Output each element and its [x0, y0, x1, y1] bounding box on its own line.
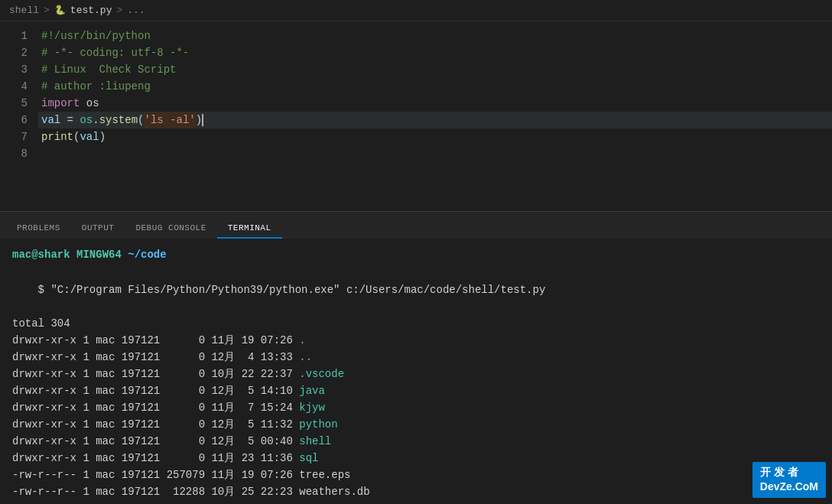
breadcrumb-filename: test.py — [70, 5, 112, 16]
terminal-prompt: mac@shark MINGW64 ~/code — [12, 246, 820, 263]
panel-tabs: PROBLEMS OUTPUT DEBUG CONSOLE TERMINAL — [0, 211, 832, 239]
terminal-output-5: drwxr-xr-x 1 mac 197121 0 11月 7 15:24 kj… — [12, 399, 820, 416]
terminal-output-9: -rw-r--r-- 1 mac 197121 257079 11月 19 07… — [12, 467, 820, 483]
tab-terminal[interactable]: TERMINAL — [217, 219, 282, 239]
terminal-env: MINGW64 — [76, 249, 128, 261]
code-line-6: val = os.system('ls -al') — [38, 112, 832, 128]
terminal-output-10: -rw-r--r-- 1 mac 197121 12288 10月 25 22:… — [12, 483, 820, 500]
code-line-4: # author :liupeng — [38, 78, 832, 95]
code-line-7: print(val) — [38, 128, 832, 145]
terminal-dollar: $ — [38, 284, 51, 296]
terminal-output-1: drwxr-xr-x 1 mac 197121 0 11月 19 07:26 . — [12, 332, 820, 349]
terminal-command-line: $ "C:/Program Files/Python/Python39/pyth… — [12, 265, 820, 315]
terminal-output-6: drwxr-xr-x 1 mac 197121 0 12月 5 11:32 py… — [12, 416, 820, 433]
terminal-output-8: drwxr-xr-x 1 mac 197121 0 11月 23 11:36 s… — [12, 450, 820, 467]
breadcrumb-dots: ... — [127, 5, 145, 16]
code-area[interactable]: 1 2 3 4 5 6 7 8 #!/usr/bin/python # -*- … — [0, 21, 832, 211]
terminal-panel[interactable]: mac@shark MINGW64 ~/code $ "C:/Program F… — [0, 239, 832, 504]
code-line-1: #!/usr/bin/python — [38, 28, 832, 44]
terminal-output-2: drwxr-xr-x 1 mac 197121 0 12月 4 13:33 .. — [12, 349, 820, 366]
code-line-3: # Linux Check Script — [38, 61, 832, 78]
code-line-5: import os — [38, 95, 832, 112]
breadcrumb: shell > 🐍 test.py > ... — [0, 0, 832, 21]
code-editor: 1 2 3 4 5 6 7 8 #!/usr/bin/python # -*- … — [0, 21, 832, 211]
terminal-output-3: drwxr-xr-x 1 mac 197121 0 10月 22 22:37 .… — [12, 366, 820, 382]
breadcrumb-sep1: > — [44, 5, 50, 16]
tab-debug-console[interactable]: DEBUG CONSOLE — [125, 219, 216, 239]
terminal-command: "C:/Program Files/Python/Python39/python… — [50, 284, 545, 296]
watermark-line1: 开 发 者 — [760, 465, 818, 480]
terminal-output-4: drwxr-xr-x 1 mac 197121 0 12月 5 14:10 ja… — [12, 382, 820, 399]
line-numbers: 1 2 3 4 5 6 7 8 — [0, 21, 38, 211]
terminal-output-0: total 304 — [12, 315, 820, 332]
watermark-line2: DevZe.CoM — [760, 480, 818, 495]
code-content[interactable]: #!/usr/bin/python # -*- coding: utf-8 -*… — [38, 21, 832, 211]
breadcrumb-shell: shell — [9, 5, 39, 16]
terminal-output-7: drwxr-xr-x 1 mac 197121 0 12月 5 00:40 sh… — [12, 433, 820, 450]
breadcrumb-sep2: > — [116, 5, 122, 16]
code-line-2: # -*- coding: utf-8 -*- — [38, 44, 832, 61]
terminal-output-11: 0 — [12, 500, 820, 504]
tab-problems[interactable]: PROBLEMS — [6, 219, 71, 239]
python-file-icon: 🐍 — [54, 5, 66, 16]
watermark: 开 发 者 DevZe.CoM — [752, 462, 826, 498]
terminal-path: ~/code — [128, 249, 166, 261]
code-line-8 — [38, 145, 832, 162]
tab-output[interactable]: OUTPUT — [71, 219, 125, 239]
terminal-user: mac@shark — [12, 249, 70, 261]
